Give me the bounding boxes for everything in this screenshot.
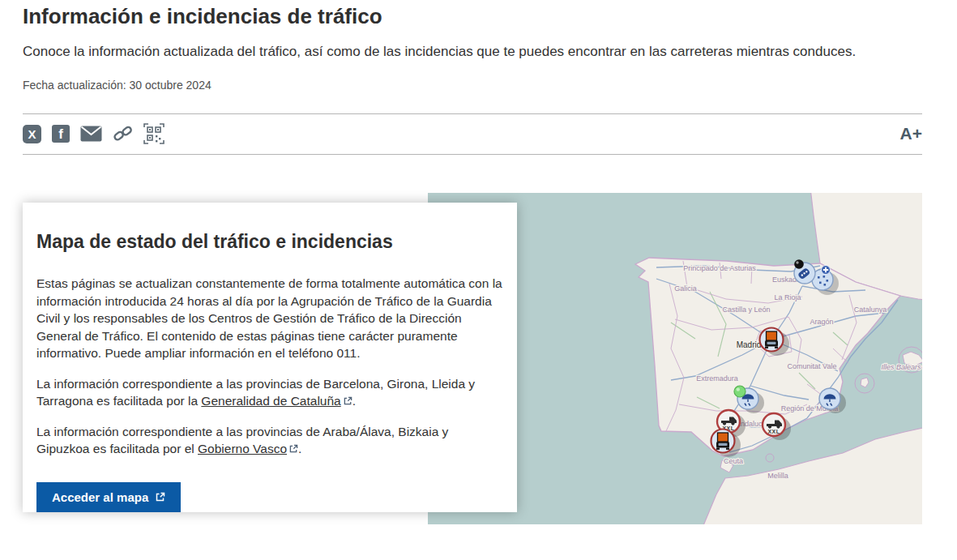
map-region-label: Madrid <box>737 340 762 349</box>
card-paragraph-3-period: . <box>298 442 301 455</box>
card-paragraph-3: La información correspondiente a las pro… <box>36 423 502 458</box>
generalitat-catalunya-link[interactable]: Generalidad de Cataluña <box>201 394 340 408</box>
map-region-label: Principado de Asturias <box>683 264 756 272</box>
map-region-label: Melilla <box>767 472 788 480</box>
email-icon <box>80 126 102 142</box>
status-ok-marker[interactable] <box>734 386 746 397</box>
map-region-label: La Rioja <box>774 293 801 301</box>
share-facebook-button[interactable]: f <box>52 125 70 143</box>
qr-code-icon <box>143 123 164 144</box>
access-map-button[interactable]: Acceder al mapa <box>36 482 181 512</box>
map-region-label: Ceuta <box>724 457 743 465</box>
map-region-label: Illes Balears <box>881 363 921 371</box>
map-region-label: Galicia <box>674 284 697 293</box>
map-region-label: Aragón <box>810 318 833 326</box>
card-paragraph-1: Estas páginas se actualizan constantemen… <box>36 275 502 362</box>
x-twitter-icon: X <box>23 125 41 143</box>
external-link-icon <box>344 392 352 410</box>
map-region-label: Catalunya <box>854 306 887 314</box>
link-icon <box>113 124 133 143</box>
page-title: Información e incidencias de tráfico <box>23 3 922 29</box>
share-toolbar: X f <box>23 114 922 154</box>
update-date: Fecha actualización: 30 octubre 2024 <box>23 79 922 92</box>
divider-bottom <box>23 154 922 155</box>
copy-link-button[interactable] <box>113 124 133 143</box>
facebook-icon: f <box>52 125 70 143</box>
card-paragraph-2: La información correspondiente a las pro… <box>36 375 502 410</box>
external-link-icon <box>289 440 298 458</box>
traffic-map-card: Mapa de estado del tráfico e incidencias… <box>23 203 517 512</box>
map-region-label: Comunitat Vale <box>788 362 837 370</box>
share-email-button[interactable] <box>80 126 102 142</box>
card-paragraph-2-period: . <box>352 394 356 408</box>
share-x-button[interactable]: X <box>23 125 41 143</box>
card-title: Mapa de estado del tráfico e incidencias <box>36 231 502 252</box>
qr-button[interactable] <box>143 123 164 144</box>
access-map-button-label: Acceder al mapa <box>52 490 148 504</box>
external-link-icon <box>156 490 165 504</box>
gobierno-vasco-link[interactable]: Gobierno Vasco <box>198 442 287 455</box>
map-region-label: Extremadura <box>696 374 738 383</box>
page-header: Información e incidencias de tráfico Con… <box>23 3 922 155</box>
page-intro: Conoce la información actualizada del tr… <box>23 41 914 62</box>
map-region-label: Castilla y León <box>722 306 770 314</box>
font-size-increase-button[interactable]: A+ <box>900 124 922 143</box>
